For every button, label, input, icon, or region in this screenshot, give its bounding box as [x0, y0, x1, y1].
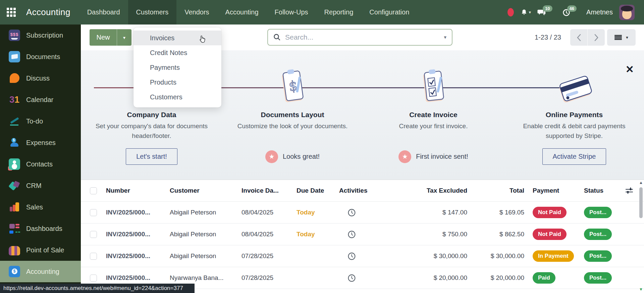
col-header-tax-excluded[interactable]: Tax Excluded [413, 187, 467, 194]
view-switcher-button[interactable]: ▾ [607, 29, 636, 46]
pager-next-button[interactable] [588, 29, 605, 46]
sidebar-item-accounting[interactable]: Accounting [0, 261, 81, 282]
scroll-down-arrow-icon[interactable]: ▼ [639, 287, 643, 292]
sidebar-item-contacts[interactable]: Contacts [0, 153, 81, 175]
invoice-row[interactable]: INV/2025/000... Abigail Peterson 08/04/2… [81, 224, 644, 245]
col-header-total[interactable]: Total [467, 187, 524, 194]
pager-previous-button[interactable] [570, 29, 588, 46]
invoice-tax-excluded: $ 30,000.00 [413, 252, 467, 260]
dropdown-item-customers[interactable]: Customers [133, 90, 221, 104]
search-bar[interactable]: ▾ [267, 29, 452, 46]
messages-button[interactable]: 10 [537, 8, 555, 16]
contacts-app-icon [9, 158, 20, 170]
sidebar-item-crm[interactable]: CRM [0, 175, 81, 196]
menu-item-reporting[interactable]: Reporting [316, 0, 362, 25]
col-header-customer[interactable]: Customer [170, 187, 241, 194]
sidebar-item-point-of-sale[interactable]: Point of Sale [0, 239, 81, 261]
sidebar-item-dashboards[interactable]: Dashboards [0, 218, 81, 239]
sidebar-item-sales[interactable]: Sales [0, 196, 81, 218]
invoice-number: INV/2025/000... [106, 209, 170, 216]
dropdown-item-products[interactable]: Products [133, 75, 221, 90]
table-header-row: Number Customer Invoice Da... Due Date A… [81, 180, 644, 202]
col-header-status[interactable]: Status [584, 187, 623, 194]
top-menu: Dashboard Customers Vendors Accounting F… [79, 0, 418, 25]
expenses-app-icon [9, 137, 20, 148]
optional-columns-icon[interactable] [623, 187, 636, 194]
list-view-icon [614, 35, 622, 40]
dropdown-item-invoices[interactable]: Invoices [133, 31, 221, 45]
notifications-bell-button[interactable]: ▾ [520, 8, 531, 16]
payment-status-badge: Paid [533, 272, 555, 284]
sidebar-item-expenses[interactable]: Expenses [0, 132, 81, 153]
invoice-due-date: Today [297, 231, 334, 238]
lets-start-button[interactable]: Let's start! [126, 148, 177, 165]
messages-count-badge: 10 [543, 5, 552, 12]
col-header-invoice-date[interactable]: Invoice Da... [241, 187, 297, 194]
chevron-left-icon [577, 34, 581, 41]
app-title: Accounting [26, 7, 70, 17]
invoice-number: INV/2025/000... [106, 274, 170, 282]
apps-grid-icon[interactable] [0, 0, 22, 25]
scroll-up-arrow-icon[interactable]: ▲ [639, 180, 643, 185]
sales-app-icon [9, 201, 20, 213]
onboarding-step-create-invoice: Create Invoice Create your first invoice… [360, 50, 507, 131]
todo-app-icon [9, 115, 20, 127]
col-header-number[interactable]: Number [106, 187, 170, 194]
menu-item-customers[interactable]: Customers [128, 0, 177, 25]
select-all-checkbox[interactable] [90, 187, 97, 194]
menu-item-follow-ups[interactable]: Follow-Ups [267, 0, 316, 25]
search-icon [273, 34, 281, 41]
menu-item-dashboard[interactable]: Dashboard [79, 0, 128, 25]
search-input[interactable] [285, 33, 439, 41]
invoice-row[interactable]: INV/2025/000... Abigail Peterson 08/04/2… [81, 202, 644, 224]
activity-clock-icon[interactable] [347, 274, 356, 282]
new-button[interactable]: New [90, 29, 117, 46]
activity-clock-icon[interactable] [347, 208, 356, 217]
activity-clock-icon[interactable] [347, 252, 356, 260]
col-header-due-date[interactable]: Due Date [297, 187, 334, 194]
table-scrollbar[interactable]: ▲ ▼ [639, 180, 643, 293]
activate-stripe-button[interactable]: Activate Stripe [542, 148, 606, 165]
sidebar-item-discuss[interactable]: Discuss [0, 67, 81, 89]
sidebar-item-subscription[interactable]: Subscription [0, 25, 81, 46]
main-content: New ▾ ▾ 1-23 / 23 ▾ [81, 25, 644, 293]
onboarding-step-documents-layout: $ Documents Layout Customize the look of… [219, 50, 366, 131]
col-header-activities[interactable]: Activities [334, 187, 413, 194]
sidebar-item-documents[interactable]: Documents [0, 46, 81, 67]
row-checkbox[interactable] [90, 253, 97, 260]
new-dropdown-toggle[interactable]: ▾ [117, 29, 131, 46]
menu-item-configuration[interactable]: Configuration [361, 0, 417, 25]
scrollbar-thumb[interactable] [639, 187, 643, 218]
onboarding-step-title: Online Payments [500, 111, 644, 119]
post-status-badge: Post... [584, 229, 612, 240]
post-status-badge: Post... [584, 207, 612, 218]
menu-item-vendors[interactable]: Vendors [176, 0, 217, 25]
user-avatar[interactable] [619, 5, 635, 20]
activities-button[interactable]: 46 [562, 8, 580, 16]
col-header-payment[interactable]: Payment [524, 187, 584, 194]
online-payments-illustration [500, 68, 644, 104]
invoice-total: $ 30,000.00 [467, 252, 524, 260]
search-filter-caret-icon[interactable]: ▾ [444, 34, 446, 40]
payment-status-badge: Not Paid [533, 229, 567, 240]
sidebar-item-todo[interactable]: To-do [0, 110, 81, 132]
row-checkbox[interactable] [90, 209, 97, 216]
invoice-date: 07/28/2025 [241, 274, 297, 282]
onboarding-step-description: Customize the look of your documents. [235, 121, 351, 131]
dashboards-app-icon [9, 223, 20, 234]
close-onboarding-icon[interactable]: ✕ [626, 64, 634, 75]
onboarding-step-title: Documents Layout [219, 111, 366, 119]
dropdown-item-payments[interactable]: Payments [133, 60, 221, 75]
payment-status-badge: Not Paid [533, 207, 567, 218]
row-checkbox[interactable] [90, 275, 97, 282]
dropdown-item-credit-notes[interactable]: Credit Notes [133, 45, 221, 60]
invoice-customer: Abigail Peterson [170, 231, 241, 238]
invoice-row[interactable]: INV/2025/000... Abigail Peterson 07/28/2… [81, 245, 644, 267]
sidebar-item-calendar[interactable]: Calendar [0, 89, 81, 110]
row-checkbox[interactable] [90, 231, 97, 238]
star-badge-icon: ★ [398, 150, 411, 163]
documents-app-icon [9, 51, 20, 62]
activity-clock-icon[interactable] [347, 230, 356, 239]
menu-item-accounting[interactable]: Accounting [217, 0, 267, 25]
user-name[interactable]: Ametnes [586, 8, 613, 16]
